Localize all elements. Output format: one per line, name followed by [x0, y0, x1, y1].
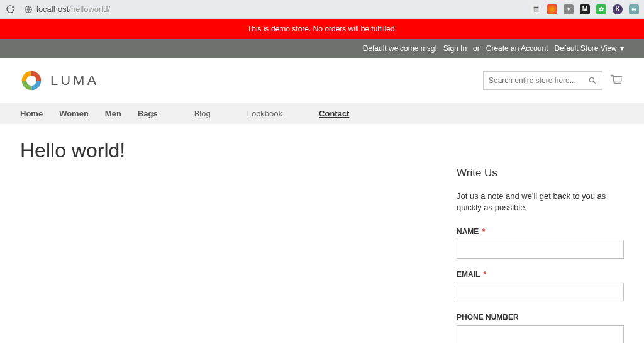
store-switcher[interactable]: Default Store View ▾ [554, 44, 624, 53]
form-note: Jot us a note and we'll get back to you … [457, 191, 624, 213]
chevron-down-icon: ▾ [618, 44, 624, 53]
name-input[interactable] [457, 240, 624, 259]
page-title: Hello world! [20, 139, 457, 162]
globe-icon [24, 5, 33, 14]
email-label: Email * [457, 270, 624, 279]
extension-icon[interactable]: ∞ [629, 4, 639, 14]
demo-store-notice: This is demo store. No orders will be fu… [0, 19, 644, 39]
email-input[interactable] [457, 283, 624, 301]
address-bar[interactable]: localhost/helloworld/ [20, 4, 526, 14]
name-label: Name * [457, 227, 624, 236]
extension-icon[interactable]: ✦ [564, 4, 574, 14]
cart-icon[interactable] [610, 74, 624, 87]
logo-icon [20, 69, 43, 92]
field-email: Email * [457, 270, 624, 301]
field-phone: Phone Number [457, 313, 624, 343]
or-separator: or [473, 44, 480, 53]
extension-icon[interactable] [547, 4, 557, 14]
extension-icons: ☰ ✦ M ✿ K ∞ [531, 4, 639, 14]
nav-women[interactable]: Women [59, 109, 89, 118]
reload-button[interactable] [5, 4, 15, 14]
create-account-link[interactable]: Create an Account [486, 44, 548, 53]
browser-toolbar: localhost/helloworld/ ☰ ✦ M ✿ K ∞ [0, 0, 644, 19]
logo[interactable]: LUMA [20, 69, 99, 92]
nav-home[interactable]: Home [20, 109, 43, 118]
welcome-message: Default welcome msg! [363, 44, 437, 53]
translate-icon[interactable]: ☰ [531, 4, 541, 14]
logo-text: LUMA [50, 72, 99, 89]
nav-lookbook[interactable]: Lookbook [247, 109, 282, 118]
nav-bags[interactable]: Bags [138, 109, 158, 118]
search-input[interactable] [489, 76, 588, 85]
search-box[interactable] [483, 71, 602, 90]
nav-contact[interactable]: Contact [319, 109, 349, 118]
nav-blog[interactable]: Blog [194, 109, 211, 118]
required-mark: * [482, 227, 486, 236]
url-text: localhost/helloworld/ [36, 4, 110, 14]
sign-in-link[interactable]: Sign In [443, 44, 467, 53]
phone-input[interactable] [457, 325, 624, 343]
search-icon[interactable] [588, 76, 597, 85]
field-name: Name * [457, 227, 624, 259]
main-content: Hello world! Write Us Jot us a note and … [20, 124, 624, 343]
page-header: LUMA [0, 58, 644, 103]
svg-point-5 [589, 77, 594, 82]
extension-icon[interactable]: ✿ [596, 4, 606, 14]
extension-icon[interactable]: K [613, 4, 623, 14]
form-legend: Write Us [457, 167, 624, 179]
panel-header: Default welcome msg! Sign In or Create a… [0, 39, 644, 58]
required-mark: * [483, 270, 486, 279]
extension-icon[interactable]: M [580, 4, 590, 14]
phone-label: Phone Number [457, 313, 624, 322]
nav-sections: Home Women Men Bags Blog Lookbook Contac… [0, 103, 644, 124]
contact-form: Write Us Jot us a note and we'll get bac… [457, 139, 624, 343]
nav-men[interactable]: Men [105, 109, 121, 118]
